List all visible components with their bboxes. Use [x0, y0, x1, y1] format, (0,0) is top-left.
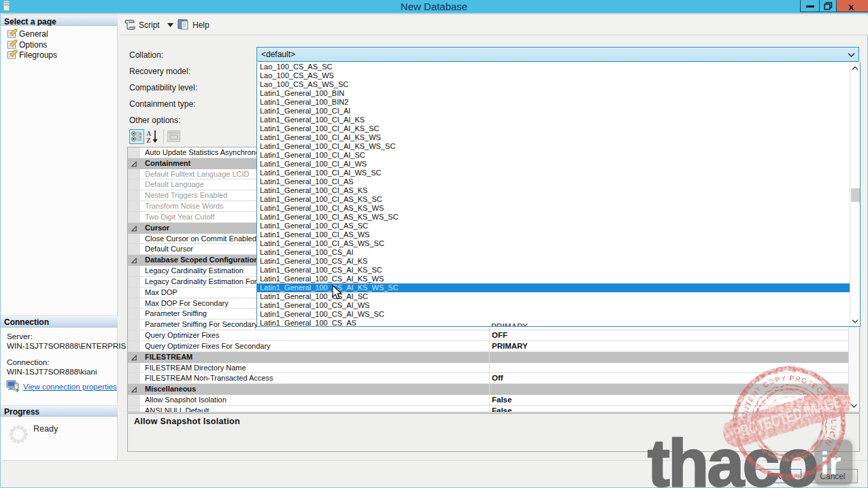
svg-text:Z: Z — [146, 137, 151, 143]
